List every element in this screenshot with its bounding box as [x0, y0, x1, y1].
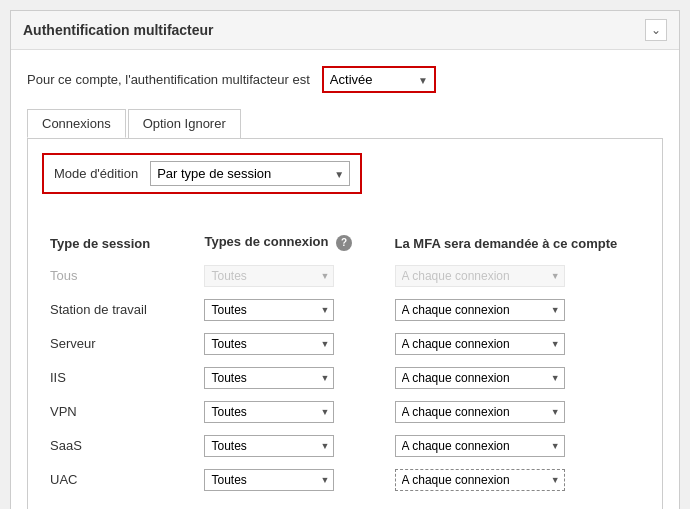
mfa-select[interactable]: A chaque connexion — [395, 333, 565, 355]
connection-type-wrapper: Toutes — [204, 401, 334, 423]
mfa-status-row: Pour ce compte, l'authentification multi… — [27, 66, 663, 93]
session-type-label: Station de travail — [50, 302, 147, 317]
all-mfa-select: A chaque connexion — [395, 265, 565, 287]
table-row: Station de travail Toutes — [42, 293, 648, 327]
mfa-select[interactable]: A chaque connexion — [395, 299, 565, 321]
table-row: IIS Toutes — [42, 361, 648, 395]
edit-mode-label: Mode d'édition — [54, 166, 138, 181]
tab-content: Mode d'édition Par type de session Globa… — [27, 138, 663, 509]
connection-type-select[interactable]: Toutes — [204, 435, 334, 457]
uac-mfa-wrapper: A chaque connexion — [395, 469, 565, 491]
edit-mode-row: Mode d'édition Par type de session Globa… — [42, 153, 362, 194]
mfa-wrapper: A chaque connexion — [395, 435, 565, 457]
tabs: Connexions Option Ignorer — [27, 109, 663, 138]
session-type-label: SaaS — [50, 438, 82, 453]
all-mfa-wrapper: A chaque connexion — [395, 265, 565, 287]
collapse-button[interactable]: ⌄ — [645, 19, 667, 41]
mfa-status-select-wrapper: Activée Désactivée — [322, 66, 436, 93]
header-mfa: La MFA sera demandée à ce compte — [387, 228, 648, 259]
session-type-label: VPN — [50, 404, 77, 419]
all-connection-type-wrapper: Toutes — [204, 265, 334, 287]
uac-mfa-select[interactable]: A chaque connexion — [395, 469, 565, 491]
connection-type-wrapper: Toutes — [204, 469, 334, 491]
mfa-wrapper: A chaque connexion — [395, 401, 565, 423]
connection-type-wrapper: Toutes — [204, 299, 334, 321]
connection-type-wrapper: Toutes — [204, 367, 334, 389]
mfa-select[interactable]: A chaque connexion — [395, 435, 565, 457]
tab-option-ignorer[interactable]: Option Ignorer — [128, 109, 241, 138]
edit-mode-select-wrapper: Par type de session Global — [150, 161, 350, 186]
panel-header: Authentification multifacteur ⌄ — [11, 11, 679, 50]
table-row: UAC Toutes — [42, 463, 648, 497]
all-connection-type-select: Toutes — [204, 265, 334, 287]
connection-type-help-icon[interactable]: ? — [336, 235, 352, 251]
connection-type-select[interactable]: Toutes — [204, 367, 334, 389]
mfa-panel: Authentification multifacteur ⌄ Pour ce … — [10, 10, 680, 509]
mfa-wrapper: A chaque connexion — [395, 299, 565, 321]
mfa-wrapper: A chaque connexion — [395, 367, 565, 389]
table-row: Serveur Toutes — [42, 327, 648, 361]
connection-type-select[interactable]: Toutes — [204, 299, 334, 321]
mfa-status-select[interactable]: Activée Désactivée — [324, 68, 434, 91]
connection-type-select[interactable]: Toutes — [204, 333, 334, 355]
header-connection-type: Types de connexion ? — [196, 228, 386, 259]
mfa-wrapper: A chaque connexion — [395, 333, 565, 355]
tabs-section: Connexions Option Ignorer Mode d'édition… — [27, 109, 663, 509]
connection-type-wrapper: Toutes — [204, 333, 334, 355]
mfa-select[interactable]: A chaque connexion — [395, 367, 565, 389]
mfa-status-label: Pour ce compte, l'authentification multi… — [27, 72, 310, 87]
mfa-select[interactable]: A chaque connexion — [395, 401, 565, 423]
connection-type-select[interactable]: Toutes — [204, 401, 334, 423]
table-row: VPN Toutes — [42, 395, 648, 429]
panel-title: Authentification multifacteur — [23, 22, 214, 38]
table-row: SaaS Toutes — [42, 429, 648, 463]
tab-connexions[interactable]: Connexions — [27, 109, 126, 138]
session-type-label: IIS — [50, 370, 66, 385]
header-session-type: Type de session — [42, 228, 196, 259]
connection-type-select[interactable]: Toutes — [204, 469, 334, 491]
session-type-label: Serveur — [50, 336, 96, 351]
panel-body: Pour ce compte, l'authentification multi… — [11, 50, 679, 509]
session-table: Type de session Types de connexion ? La … — [42, 228, 648, 497]
all-row: Tous Toutes — [42, 259, 648, 293]
session-type-label: UAC — [50, 472, 77, 487]
connection-type-wrapper: Toutes — [204, 435, 334, 457]
edit-mode-select[interactable]: Par type de session Global — [150, 161, 350, 186]
all-session-type: Tous — [50, 268, 77, 283]
